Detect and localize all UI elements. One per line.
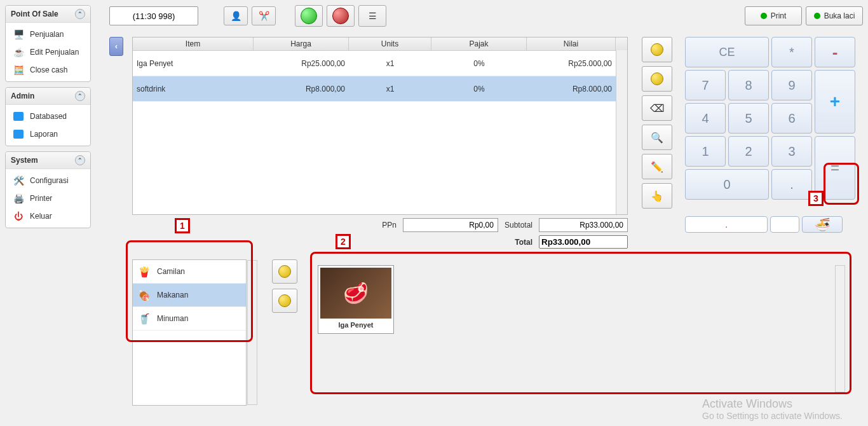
- totals-row-1: PPn Subtotal: [132, 218, 628, 232]
- subtotal-label: Subtotal: [505, 221, 532, 230]
- category-up-button[interactable]: [272, 259, 297, 284]
- yellow-dot-icon: [278, 265, 291, 278]
- report-icon: [11, 128, 26, 140]
- key-0[interactable]: 0: [685, 169, 769, 200]
- menu-label: Databased: [30, 112, 67, 121]
- key-minus[interactable]: -: [815, 37, 855, 67]
- keypad-bottom: 🍜: [685, 216, 843, 233]
- key-plus[interactable]: +: [815, 70, 855, 134]
- plus-circle-icon: [301, 8, 317, 24]
- cell-item: softdrink: [133, 82, 254, 96]
- key-star[interactable]: *: [771, 37, 812, 67]
- panel-admin-title: Admin: [11, 92, 34, 100]
- power-icon: ⏻: [11, 210, 26, 222]
- status-dot-icon: [814, 13, 820, 19]
- key-9[interactable]: 9: [771, 70, 812, 100]
- pay-button[interactable]: 🍜: [802, 216, 843, 233]
- subtotal-input[interactable]: [539, 218, 628, 232]
- ppn-input[interactable]: [403, 218, 498, 232]
- menu-label: Keluar: [30, 212, 52, 221]
- search-button[interactable]: 🔍: [642, 125, 672, 150]
- total-label: Total: [515, 238, 532, 247]
- menu-laporan[interactable]: Laporan: [8, 125, 88, 143]
- edit-sale-icon: ☕: [11, 46, 26, 58]
- drawer-button[interactable]: Buka laci: [806, 6, 863, 25]
- panel-system: System ⌃ 🛠️Configurasi 🖨️Printer ⏻Keluar: [5, 151, 91, 228]
- panel-pos-title: Point Of Sale: [11, 10, 58, 18]
- key-1[interactable]: 1: [685, 136, 726, 167]
- database-icon: [11, 111, 26, 122]
- side-actions: ⌫ 🔍 ✏️ 👆: [642, 37, 672, 212]
- cell-harga: Rp8.000,00: [254, 82, 349, 96]
- collapse-handle[interactable]: ‹: [109, 37, 123, 56]
- list-button[interactable]: ☰: [358, 5, 386, 27]
- person-icon: 👤: [231, 11, 241, 21]
- print-button[interactable]: Print: [745, 6, 802, 25]
- key-8[interactable]: 8: [728, 70, 769, 100]
- remove-button[interactable]: [327, 5, 355, 27]
- table-row-selected[interactable]: softdrink Rp8.000,00 x1 0% Rp8.000,00: [133, 76, 627, 102]
- backspace-icon: ⌫: [650, 102, 665, 114]
- panel-admin-header[interactable]: Admin ⌃: [6, 88, 90, 105]
- qty-input[interactable]: [770, 216, 799, 233]
- key-4[interactable]: 4: [685, 103, 726, 134]
- attributes-button[interactable]: 👆: [642, 183, 672, 209]
- key-dot[interactable]: .: [771, 169, 812, 200]
- watermark-line1: Activate Windows: [702, 397, 843, 411]
- key-3[interactable]: 3: [771, 136, 812, 167]
- col-harga: Harga: [254, 38, 349, 50]
- menu-databased[interactable]: Databased: [8, 107, 88, 125]
- key-2[interactable]: 2: [728, 136, 769, 167]
- split-button[interactable]: ✂️: [252, 6, 276, 25]
- table-scrollbar[interactable]: [616, 50, 627, 214]
- menu-printer[interactable]: 🖨️Printer: [8, 189, 88, 207]
- yellow-dot-icon: [278, 294, 291, 307]
- configure-icon: 🛠️: [11, 175, 26, 186]
- down-button[interactable]: [642, 66, 672, 92]
- cell-units: x1: [349, 57, 431, 71]
- col-pajak: Pajak: [431, 38, 527, 50]
- menu-penjualan[interactable]: 🖥️Penjualan: [8, 25, 88, 43]
- key-ce[interactable]: CE: [685, 37, 769, 67]
- category-down-button[interactable]: [272, 289, 297, 313]
- total-input[interactable]: [539, 235, 628, 249]
- scissors-icon: ✂️: [259, 11, 269, 21]
- menu-keluar[interactable]: ⏻Keluar: [8, 207, 88, 225]
- panel-pos-header[interactable]: Point Of Sale ⌃: [6, 6, 90, 23]
- order-table: Item Harga Units Pajak Nilai Iga Penyet …: [132, 37, 628, 215]
- annotation-2-label: 2: [336, 234, 351, 249]
- yellow-dot-icon: [651, 43, 663, 56]
- col-nilai: Nilai: [527, 38, 616, 50]
- cash-register-icon: 🖥️: [11, 29, 26, 40]
- cell-harga: Rp25.000,00: [254, 57, 349, 71]
- menu-configurasi[interactable]: 🛠️Configurasi: [8, 172, 88, 189]
- cell-item: Iga Penyet: [133, 57, 254, 71]
- key-7[interactable]: 7: [685, 70, 726, 100]
- calculator-icon: 🧮: [11, 64, 26, 76]
- table-row[interactable]: Iga Penyet Rp25.000,00 x1 0% Rp25.000,00: [133, 51, 627, 76]
- edit-line-button[interactable]: ✏️: [642, 154, 672, 179]
- panel-admin: Admin ⌃ Databased Laporan: [5, 87, 91, 146]
- menu-edit-penjualan[interactable]: ☕Edit Penjualan: [8, 43, 88, 61]
- up-button[interactable]: [642, 37, 672, 62]
- search-icon: 🔍: [651, 132, 663, 144]
- key-6[interactable]: 6: [771, 103, 812, 134]
- transaction-id-input[interactable]: [109, 6, 198, 25]
- sidebar: Point Of Sale ⌃ 🖥️Penjualan ☕Edit Penjua…: [5, 5, 91, 233]
- menu-label: Edit Penjualan: [30, 48, 79, 57]
- windows-watermark: Activate Windows Go to Settings to activ…: [702, 397, 843, 421]
- delete-line-button[interactable]: ⌫: [642, 95, 672, 121]
- collapse-icon[interactable]: ⌃: [75, 155, 85, 165]
- collapse-icon[interactable]: ⌃: [75, 91, 85, 101]
- add-button[interactable]: [295, 5, 323, 27]
- menu-label: Configurasi: [30, 176, 69, 185]
- panel-system-header[interactable]: System ⌃: [6, 152, 90, 169]
- meal-icon: 🍜: [815, 217, 831, 232]
- barcode-input[interactable]: [685, 216, 768, 233]
- menu-close-cash[interactable]: 🧮Close cash: [8, 61, 88, 79]
- ppn-label: PPn: [382, 221, 397, 230]
- key-5[interactable]: 5: [728, 103, 769, 134]
- category-nav: [272, 259, 297, 318]
- collapse-icon[interactable]: ⌃: [75, 9, 85, 19]
- customer-button[interactable]: 👤: [224, 6, 248, 25]
